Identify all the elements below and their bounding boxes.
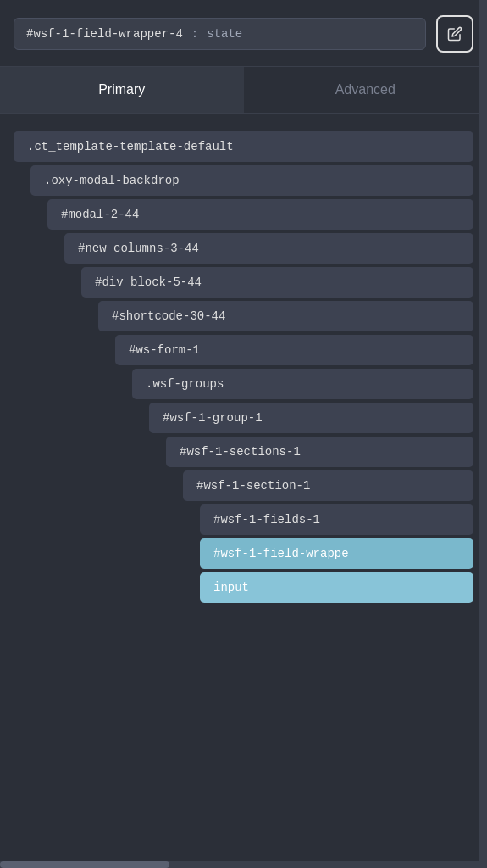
selector-list: .ct_template-template-default.oxy-modal-…	[0, 114, 487, 620]
selector-item[interactable]: #wsf-1-sections-1	[166, 437, 473, 467]
horizontal-scrollbar[interactable]	[0, 861, 487, 868]
selector-item[interactable]: .oxy-modal-backdrop	[30, 165, 473, 196]
edit-icon	[447, 26, 462, 42]
selector-item[interactable]: #wsf-1-field-wrappe	[200, 538, 473, 569]
selector-item[interactable]: input	[200, 572, 473, 603]
selector-display: #wsf-1-field-wrapper-4 : state	[14, 18, 426, 50]
selector-item[interactable]: .ct_template-template-default	[14, 131, 473, 162]
selector-state: state	[207, 27, 242, 41]
tab-advanced[interactable]: Advanced	[244, 67, 488, 113]
edit-button[interactable]	[436, 15, 473, 53]
selector-item[interactable]: #wsf-1-group-1	[149, 403, 473, 433]
tab-primary[interactable]: Primary	[0, 67, 244, 113]
tabs: Primary Advanced	[0, 67, 487, 114]
selector-item[interactable]: #div_block-5-44	[81, 267, 473, 298]
selector-item[interactable]: #shortcode-30-44	[98, 301, 473, 331]
right-scrollbar[interactable]	[479, 0, 487, 868]
selector-item[interactable]: #new_columns-3-44	[64, 233, 473, 264]
selector-id: #wsf-1-field-wrapper-4	[26, 27, 183, 41]
selector-item[interactable]: .wsf-groups	[132, 369, 473, 399]
selector-item[interactable]: #ws-form-1	[115, 335, 473, 365]
selector-colon: :	[191, 27, 198, 41]
selector-item[interactable]: #wsf-1-fields-1	[200, 504, 473, 535]
selector-item[interactable]: #modal-2-44	[47, 199, 473, 230]
scrollbar-thumb[interactable]	[0, 861, 169, 868]
top-bar: #wsf-1-field-wrapper-4 : state	[0, 0, 487, 67]
selector-item[interactable]: #wsf-1-section-1	[183, 470, 473, 501]
